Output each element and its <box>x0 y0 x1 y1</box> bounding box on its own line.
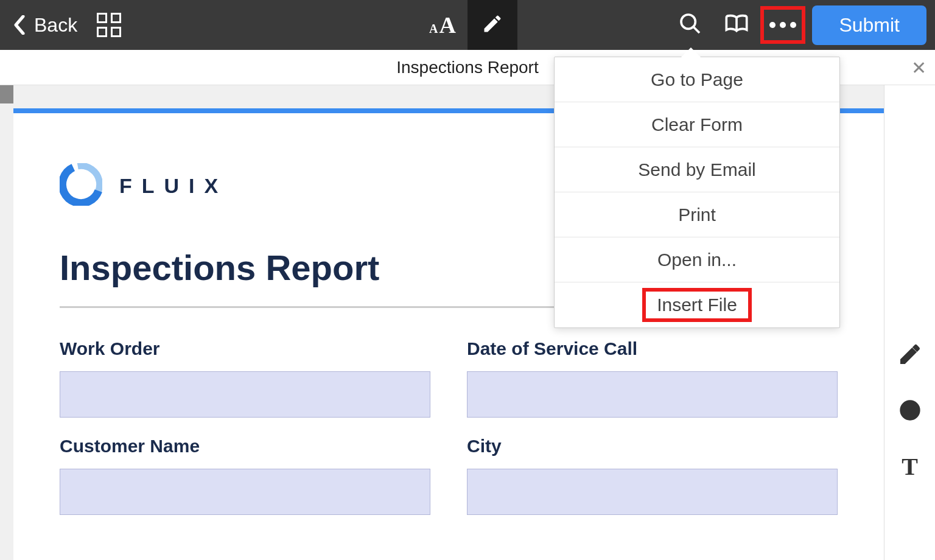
search-button[interactable] <box>667 0 713 50</box>
annotation-toolbar: T <box>884 85 935 560</box>
document-title: Inspections Report <box>396 58 538 77</box>
date-of-service-label: Date of Service Call <box>467 338 838 359</box>
back-label: Back <box>34 14 77 37</box>
text-size-icon: AA <box>429 12 456 38</box>
text-icon: T <box>902 452 918 481</box>
customer-name-input[interactable] <box>60 469 430 515</box>
book-icon <box>724 12 749 38</box>
city-field: City <box>467 436 838 515</box>
text-tool[interactable]: T <box>897 453 923 480</box>
city-input[interactable] <box>467 469 838 515</box>
svg-point-0 <box>681 15 695 29</box>
menu-go-to-page[interactable]: Go to Page <box>555 57 839 102</box>
city-label: City <box>467 436 838 457</box>
stamp-tool[interactable] <box>897 397 923 424</box>
customer-name-label: Customer Name <box>60 436 430 457</box>
work-order-label: Work Order <box>60 338 430 359</box>
menu-insert-file-label: Insert File <box>657 295 737 315</box>
customer-name-field: Customer Name <box>60 436 430 515</box>
date-of-service-field: Date of Service Call <box>467 338 838 418</box>
search-icon <box>678 12 702 38</box>
more-options-menu: Go to Page Clear Form Send by Email Prin… <box>554 57 840 328</box>
more-icon <box>769 22 796 28</box>
fluix-logo-icon <box>60 163 102 208</box>
submit-button[interactable]: Submit <box>812 5 926 45</box>
menu-clear-form[interactable]: Clear Form <box>555 102 839 147</box>
work-order-field: Work Order <box>60 338 430 418</box>
back-button[interactable]: Back <box>7 14 83 37</box>
menu-print[interactable]: Print <box>555 192 839 237</box>
bookmarks-button[interactable] <box>713 0 760 50</box>
svg-line-1 <box>693 27 699 33</box>
chevron-left-icon <box>13 15 26 35</box>
menu-open-in[interactable]: Open in... <box>555 237 839 282</box>
text-size-button[interactable]: AA <box>418 0 468 50</box>
pencil-icon <box>482 13 503 37</box>
edit-button[interactable] <box>468 0 517 50</box>
more-options-button[interactable] <box>760 0 806 50</box>
close-button[interactable]: ✕ <box>911 57 926 78</box>
pen-tool[interactable] <box>897 341 923 368</box>
menu-send-by-email[interactable]: Send by Email <box>555 147 839 192</box>
menu-insert-file[interactable]: Insert File <box>555 282 839 327</box>
stamp-icon <box>898 398 922 422</box>
date-of-service-input[interactable] <box>467 371 838 418</box>
work-order-input[interactable] <box>60 371 430 418</box>
pen-icon <box>898 342 922 366</box>
grid-view-button[interactable] <box>97 13 121 37</box>
page-thumbnail-tab[interactable] <box>0 85 13 103</box>
brand-name: FLUIX <box>119 174 228 198</box>
topbar: Back AA <box>0 0 935 50</box>
